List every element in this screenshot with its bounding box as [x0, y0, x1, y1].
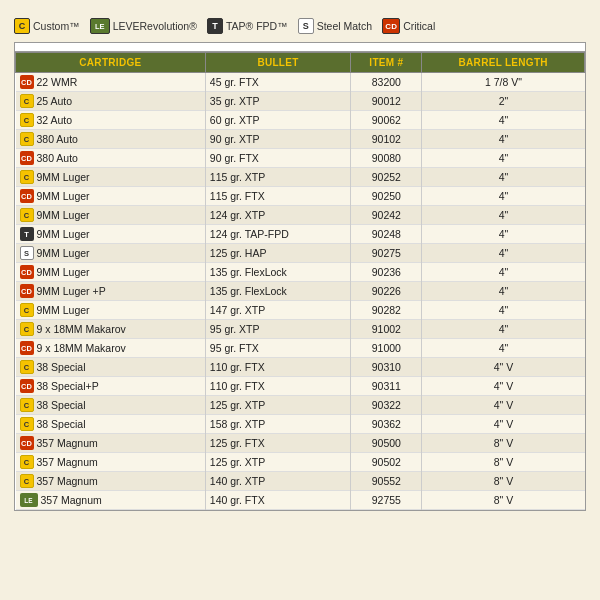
cartridge-cell: S9MM Luger: [16, 244, 206, 263]
barrel-cell: 4": [422, 282, 585, 301]
item-cell: 90242: [351, 206, 422, 225]
bullet-cell: 90 gr. XTP: [205, 130, 350, 149]
table-row: CD9MM Luger135 gr. FlexLock902364": [16, 263, 585, 282]
table-row: C9MM Luger124 gr. XTP902424": [16, 206, 585, 225]
cartridge-text: 9MM Luger: [37, 304, 90, 316]
legend-badge-cd: CD: [382, 18, 400, 34]
row-badge-cd: CD: [20, 189, 34, 203]
row-badge-c: C: [20, 398, 34, 412]
table-row: C38 Special125 gr. XTP903224" V: [16, 396, 585, 415]
table-row: CD9MM Luger115 gr. FTX902504": [16, 187, 585, 206]
cartridge-cell: CD380 Auto: [16, 149, 206, 168]
cartridge-text: 357 Magnum: [41, 494, 102, 506]
barrel-cell: 4": [422, 320, 585, 339]
table-section-title: [15, 43, 585, 52]
cartridge-text: 380 Auto: [37, 133, 78, 145]
legend-badge-t: T: [207, 18, 223, 34]
cartridge-cell: C25 Auto: [16, 92, 206, 111]
item-cell: 90500: [351, 434, 422, 453]
cartridge-text: 25 Auto: [37, 95, 73, 107]
item-cell: 90012: [351, 92, 422, 111]
cartridge-text: 357 Magnum: [37, 437, 98, 449]
cartridge-text: 9MM Luger: [37, 266, 90, 278]
cartridge-cell: C9MM Luger: [16, 301, 206, 320]
legend-item-t: TTAP® FPD™: [207, 18, 288, 34]
legend-label-le: LEVERevolution®: [113, 20, 197, 32]
cartridge-text: 9MM Luger: [37, 209, 90, 221]
item-cell: 90062: [351, 111, 422, 130]
legend-label-t: TAP® FPD™: [226, 20, 288, 32]
item-cell: 90252: [351, 168, 422, 187]
bullet-cell: 60 gr. XTP: [205, 111, 350, 130]
barrel-cell: 4": [422, 301, 585, 320]
legend-item-le: LELEVERevolution®: [90, 18, 197, 34]
cartridge-cell: CD9MM Luger: [16, 187, 206, 206]
barrel-cell: 4": [422, 111, 585, 130]
legend-label-s: Steel Match: [317, 20, 372, 32]
row-badge-c: C: [20, 455, 34, 469]
cartridge-cell: T9MM Luger: [16, 225, 206, 244]
row-badge-cd: CD: [20, 75, 34, 89]
barrel-cell: 1 7/8 V": [422, 73, 585, 92]
table-row: C9 x 18MM Makarov95 gr. XTP910024": [16, 320, 585, 339]
legend-item-c: CCustom™: [14, 18, 80, 34]
item-cell: 90080: [351, 149, 422, 168]
cartridge-cell: C38 Special: [16, 358, 206, 377]
cartridge-cell: C9MM Luger: [16, 206, 206, 225]
item-cell: 90310: [351, 358, 422, 377]
cartridge-text: 9MM Luger +P: [37, 285, 106, 297]
header-cartridge: CARTRIDGE: [16, 53, 206, 73]
cartridge-cell: C380 Auto: [16, 130, 206, 149]
cartridge-cell: C38 Special: [16, 396, 206, 415]
row-badge-s: S: [20, 246, 34, 260]
cartridge-text: 9 x 18MM Makarov: [37, 342, 126, 354]
table-row: C357 Magnum125 gr. XTP905028" V: [16, 453, 585, 472]
item-cell: 83200: [351, 73, 422, 92]
barrel-cell: 8" V: [422, 453, 585, 472]
ammo-table: CARTRIDGEBULLETITEM #BARREL LENGTH CD22 …: [15, 52, 585, 510]
header-row: CARTRIDGEBULLETITEM #BARREL LENGTH: [16, 53, 585, 73]
legend-badge-c: C: [14, 18, 30, 34]
item-cell: 90362: [351, 415, 422, 434]
row-badge-le: LE: [20, 493, 38, 507]
row-badge-cd: CD: [20, 265, 34, 279]
table-row: C32 Auto60 gr. XTP900624": [16, 111, 585, 130]
cartridge-text: 357 Magnum: [37, 456, 98, 468]
item-cell: 90275: [351, 244, 422, 263]
item-cell: 90102: [351, 130, 422, 149]
bullet-cell: 110 gr. FTX: [205, 358, 350, 377]
table-row: C357 Magnum140 gr. XTP905528" V: [16, 472, 585, 491]
cartridge-text: 38 Special: [37, 361, 86, 373]
legend-badge-s: S: [298, 18, 314, 34]
row-badge-c: C: [20, 303, 34, 317]
cartridge-text: 357 Magnum: [37, 475, 98, 487]
bullet-cell: 95 gr. XTP: [205, 320, 350, 339]
cartridge-cell: LE357 Magnum: [16, 491, 206, 510]
bullet-cell: 125 gr. FTX: [205, 434, 350, 453]
cartridge-cell: CD38 Special+P: [16, 377, 206, 396]
table-row: C9MM Luger115 gr. XTP902524": [16, 168, 585, 187]
table-row: C38 Special158 gr. XTP903624" V: [16, 415, 585, 434]
barrel-cell: 4" V: [422, 396, 585, 415]
bullet-cell: 147 gr. XTP: [205, 301, 350, 320]
item-cell: 90311: [351, 377, 422, 396]
table-row: C380 Auto90 gr. XTP901024": [16, 130, 585, 149]
cartridge-cell: CD22 WMR: [16, 73, 206, 92]
bullet-cell: 125 gr. HAP: [205, 244, 350, 263]
table-row: T9MM Luger124 gr. TAP-FPD902484": [16, 225, 585, 244]
barrel-cell: 4" V: [422, 377, 585, 396]
cartridge-cell: CD9MM Luger +P: [16, 282, 206, 301]
bullet-cell: 45 gr. FTX: [205, 73, 350, 92]
row-badge-cd: CD: [20, 151, 34, 165]
cartridge-cell: C9 x 18MM Makarov: [16, 320, 206, 339]
bullet-cell: 124 gr. XTP: [205, 206, 350, 225]
cartridge-cell: C38 Special: [16, 415, 206, 434]
bullet-cell: 115 gr. FTX: [205, 187, 350, 206]
cartridge-text: 9 x 18MM Makarov: [37, 323, 126, 335]
cartridge-text: 9MM Luger: [37, 228, 90, 240]
bullet-cell: 35 gr. XTP: [205, 92, 350, 111]
row-badge-c: C: [20, 208, 34, 222]
table-header: CARTRIDGEBULLETITEM #BARREL LENGTH: [16, 53, 585, 73]
cartridge-text: 22 WMR: [37, 76, 78, 88]
table-container: CARTRIDGEBULLETITEM #BARREL LENGTH CD22 …: [14, 42, 586, 511]
